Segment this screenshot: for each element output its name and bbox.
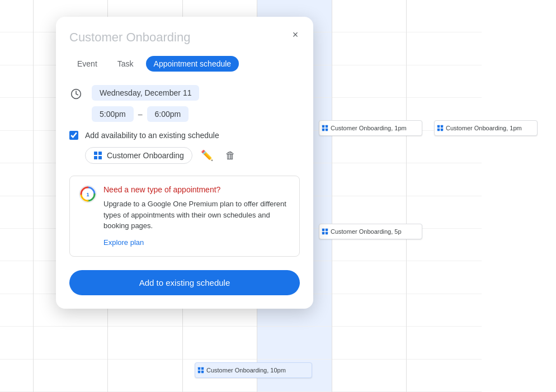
time-row: 5:00pm – 6:00pm <box>92 106 300 122</box>
time-start[interactable]: 5:00pm <box>92 106 134 122</box>
svg-rect-20 <box>98 156 102 159</box>
close-button[interactable]: × <box>286 26 304 44</box>
svg-rect-19 <box>94 156 97 159</box>
availability-checkbox-row: Add availability to an existing schedule <box>69 131 300 140</box>
availability-checkbox[interactable] <box>69 131 78 140</box>
add-to-schedule-button[interactable]: Add to existing schedule <box>69 270 300 295</box>
time-dash: – <box>138 110 143 119</box>
schedule-chip-label: Customer Onboarding <box>107 151 184 160</box>
date-chip[interactable]: Wednesday, December 11 <box>92 85 199 101</box>
info-card-title: Need a new type of appointment? <box>103 185 290 194</box>
datetime-section: Wednesday, December 11 5:00pm – 6:00pm <box>69 85 300 122</box>
delete-icon: 🗑 <box>225 150 235 162</box>
schedule-chip-icon <box>93 151 102 160</box>
tab-appointment[interactable]: Appointment schedule <box>146 56 239 72</box>
modal-overlay: × Customer Onboarding Event Task Appoint… <box>0 0 556 392</box>
tab-event[interactable]: Event <box>69 56 105 72</box>
availability-label: Add availability to an existing schedule <box>85 131 219 140</box>
edit-icon: ✏️ <box>201 149 213 162</box>
svg-text:1: 1 <box>86 192 89 197</box>
delete-schedule-button[interactable]: 🗑 <box>222 147 239 164</box>
info-card-body: Need a new type of appointment? Upgrade … <box>103 185 290 247</box>
schedule-chip[interactable]: Customer Onboarding <box>85 147 192 164</box>
close-icon: × <box>293 29 299 41</box>
svg-rect-18 <box>98 152 102 155</box>
schedule-chip-row: Customer Onboarding ✏️ 🗑 <box>85 147 300 164</box>
info-card-text: Upgrade to a Google One Premium plan to … <box>103 199 290 232</box>
datetime-content: Wednesday, December 11 5:00pm – 6:00pm <box>92 85 300 122</box>
google-one-icon: 1 <box>79 185 97 203</box>
tab-row: Event Task Appointment schedule <box>69 56 300 72</box>
svg-rect-17 <box>94 152 97 155</box>
clock-icon <box>69 87 83 101</box>
time-end[interactable]: 6:00pm <box>147 106 189 122</box>
modal-dialog: × Customer Onboarding Event Task Appoint… <box>56 17 313 309</box>
info-card: 1 Need a new type of appointment? Upgrad… <box>69 176 300 257</box>
explore-plan-link[interactable]: Explore plan <box>103 238 144 247</box>
modal-title: Customer Onboarding <box>69 30 300 45</box>
edit-schedule-button[interactable]: ✏️ <box>198 147 216 164</box>
tab-task[interactable]: Task <box>110 56 142 72</box>
